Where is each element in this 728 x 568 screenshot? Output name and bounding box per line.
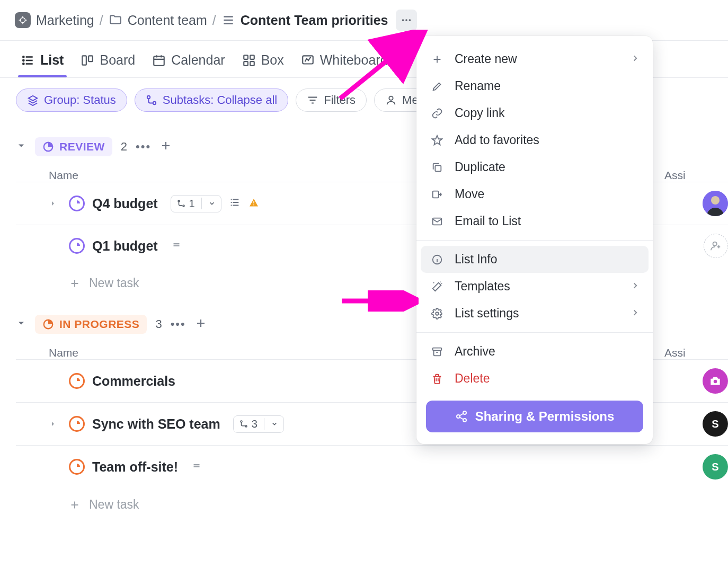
assign-button[interactable] — [704, 234, 728, 258]
status-label: IN PROGRESS — [59, 318, 139, 331]
subtask-count-value: 3 — [252, 418, 258, 430]
svg-point-2 — [405, 19, 407, 21]
svg-point-5 — [23, 59, 24, 60]
tab-whiteboard[interactable]: Whiteboard — [301, 52, 388, 77]
assignee-avatar[interactable] — [703, 368, 728, 394]
tab-box[interactable]: Box — [242, 52, 284, 77]
group-more-button[interactable]: ••• — [136, 140, 151, 154]
tab-list-label: List — [40, 52, 64, 68]
group-more-button[interactable]: ••• — [171, 317, 186, 331]
no-priority-icon[interactable] — [171, 239, 182, 253]
new-task-label: New task — [89, 276, 139, 290]
tab-calendar[interactable]: Calendar — [152, 52, 225, 77]
menu-label: Duplicate — [455, 160, 505, 174]
assignee-avatar[interactable]: S — [703, 454, 728, 480]
menu-favorites[interactable]: Add to favorites — [416, 127, 653, 154]
person-icon — [385, 94, 397, 106]
expand-caret[interactable] — [49, 199, 61, 208]
breadcrumb-list-title[interactable]: Content Team priorities — [241, 13, 388, 28]
menu-templates[interactable]: Templates — [416, 273, 653, 300]
filters-chip[interactable]: Filters — [296, 88, 367, 112]
group-count: 2 — [121, 140, 127, 154]
no-priority-icon[interactable] — [191, 460, 202, 474]
menu-rename[interactable]: Rename — [416, 73, 653, 100]
collapse-toggle[interactable] — [16, 140, 26, 153]
menu-separator — [416, 332, 653, 333]
subtask-count[interactable]: 1 — [171, 195, 221, 212]
chevron-down-icon — [271, 420, 278, 428]
trash-icon — [429, 373, 445, 385]
breadcrumb-space[interactable]: Marketing — [36, 13, 94, 28]
subtask-icon — [146, 94, 157, 106]
svg-rect-13 — [250, 61, 254, 66]
gear-icon — [429, 308, 445, 320]
menu-label: Add to favorites — [455, 133, 539, 147]
menu-duplicate[interactable]: Duplicate — [416, 154, 653, 181]
new-task-button[interactable]: New task — [16, 488, 728, 521]
calendar-view-icon — [152, 54, 166, 67]
menu-label: Email to List — [455, 214, 521, 228]
move-icon — [429, 189, 445, 200]
svg-point-6 — [23, 63, 24, 64]
subtask-icon — [176, 199, 186, 208]
menu-label: Copy link — [455, 106, 505, 120]
menu-create-new[interactable]: Create new — [416, 46, 653, 73]
task-status-icon[interactable] — [69, 238, 85, 254]
breadcrumb-folder[interactable]: Content team — [128, 13, 207, 28]
menu-label: List Info — [455, 252, 498, 267]
assignee-avatar[interactable]: S — [703, 411, 728, 437]
new-task-label: New task — [89, 498, 139, 512]
plus-icon — [69, 499, 81, 511]
menu-copy-link[interactable]: Copy link — [416, 100, 653, 127]
status-badge[interactable]: IN PROGRESS — [35, 315, 147, 334]
sharing-label: Sharing & Permissions — [475, 409, 615, 424]
duplicate-icon — [429, 162, 445, 173]
group-chip[interactable]: Group: Status — [16, 88, 127, 112]
menu-list-info[interactable]: List Info — [421, 246, 649, 273]
group-add-button[interactable] — [194, 317, 207, 332]
whiteboard-view-icon — [301, 54, 315, 67]
collapse-toggle[interactable] — [16, 318, 26, 331]
status-label: REVIEW — [59, 140, 105, 153]
subtasks-chip[interactable]: Subtasks: Collapse all — [135, 88, 288, 112]
svg-rect-8 — [89, 56, 93, 61]
menu-delete[interactable]: Delete — [416, 365, 653, 392]
group-add-button[interactable] — [159, 139, 172, 154]
menu-list-settings[interactable]: List settings — [416, 300, 653, 327]
task-row[interactable]: Team off-site! S — [16, 445, 728, 488]
tab-board[interactable]: Board — [81, 52, 135, 77]
assignee-avatar[interactable] — [703, 191, 728, 216]
menu-archive[interactable]: Archive — [416, 338, 653, 365]
status-badge[interactable]: REVIEW — [35, 137, 112, 156]
board-view-icon — [81, 54, 94, 67]
folder-icon — [109, 13, 122, 27]
sharing-permissions-button[interactable]: Sharing & Permissions — [426, 401, 643, 432]
task-status-icon[interactable] — [69, 416, 85, 432]
menu-label: Archive — [455, 344, 495, 359]
menu-label: Create new — [455, 52, 517, 66]
subtask-count[interactable]: 3 — [233, 415, 284, 433]
task-title: Team off-site! — [92, 459, 178, 475]
task-status-icon[interactable] — [69, 373, 85, 389]
list-actions-button[interactable] — [396, 10, 417, 31]
chevron-right-icon — [631, 279, 640, 294]
menu-move[interactable]: Move — [416, 181, 653, 208]
list-context-menu: Create new Rename Copy link Add to favor… — [416, 36, 653, 444]
tab-list[interactable]: List — [21, 52, 64, 77]
expand-caret[interactable] — [49, 420, 61, 428]
list-icon — [221, 13, 235, 27]
subtask-count-value: 1 — [189, 198, 195, 210]
pencil-icon — [429, 81, 445, 92]
checklist-icon[interactable] — [229, 197, 241, 210]
task-status-icon[interactable] — [69, 196, 85, 211]
task-title: Q4 budget — [92, 196, 158, 211]
menu-label: Rename — [455, 79, 501, 93]
svg-point-34 — [463, 411, 466, 414]
warning-icon — [248, 197, 260, 210]
svg-rect-10 — [244, 55, 248, 59]
task-title: Sync with SEO team — [92, 416, 220, 432]
chevron-right-icon — [631, 306, 640, 321]
svg-point-1 — [402, 19, 404, 21]
task-status-icon[interactable] — [69, 459, 85, 475]
menu-email-to-list[interactable]: Email to List — [416, 208, 653, 235]
